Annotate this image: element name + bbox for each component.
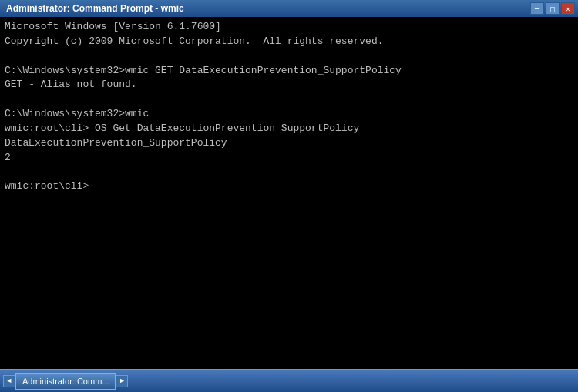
window: Administrator: Command Prompt - wmic ─ □… [0, 0, 578, 392]
titlebar-buttons: ─ □ ✕ [530, 2, 575, 15]
terminal-line [5, 92, 573, 107]
scroll-left-button[interactable]: ◄ [3, 375, 15, 387]
titlebar: Administrator: Command Prompt - wmic ─ □… [0, 0, 578, 17]
terminal-line: GET - Alias not found. [5, 78, 573, 92]
close-button[interactable]: ✕ [561, 2, 575, 15]
terminal-line: C:\Windows\system32>wmic GET DataExecuti… [5, 64, 573, 79]
window-title: Administrator: Command Prompt - wmic [6, 3, 184, 14]
terminal-line: 2 [5, 151, 573, 166]
terminal-line [5, 49, 573, 64]
taskbar-app-label: Administrator: Comm... [22, 377, 109, 386]
terminal-prompt: wmic:root\cli> [5, 179, 573, 194]
terminal-area[interactable]: Microsoft Windows [Version 6.1.7600] Cop… [0, 17, 578, 369]
taskbar: ◄ Administrator: Comm... ► [0, 369, 578, 392]
taskbar-app-button[interactable]: Administrator: Comm... [15, 373, 116, 390]
terminal-line: DataExecutionPrevention_SupportPolicy [5, 136, 573, 151]
minimize-button[interactable]: ─ [530, 2, 544, 15]
terminal-line: Microsoft Windows [Version 6.1.7600] [5, 20, 573, 35]
terminal-line: wmic:root\cli> OS Get DataExecutionPreve… [5, 122, 573, 136]
terminal-line [5, 165, 573, 179]
terminal-line: C:\Windows\system32>wmic [5, 107, 573, 122]
maximize-button[interactable]: □ [546, 2, 560, 15]
terminal-line: Copyright (c) 2009 Microsoft Corporation… [5, 35, 573, 49]
scroll-right-button[interactable]: ► [116, 375, 128, 387]
